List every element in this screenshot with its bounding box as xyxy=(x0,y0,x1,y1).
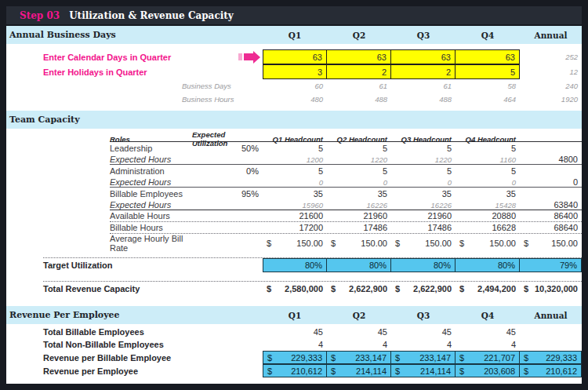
step-label: Step 03 xyxy=(20,10,60,21)
revenue-capacity-q2: $2,622,900 xyxy=(327,282,391,296)
billable-employees-label: Billable Employees xyxy=(110,188,192,200)
administration-expected-hours-row: Expected Hours 0 0 0 0 0 xyxy=(110,177,582,188)
business-hours-row: Business Hours 480 488 488 464 1920 xyxy=(6,93,582,106)
section-title: Revenue Per Employee xyxy=(6,306,263,324)
administration-q2: 5 xyxy=(327,165,391,177)
rev-per-employee-annual-value: 210,612 xyxy=(546,366,577,376)
business-days-label-cell: Business Days xyxy=(6,79,263,93)
section-title: Team Capacity xyxy=(6,111,582,129)
rev-per-billable-q2[interactable]: $233,147 xyxy=(327,351,391,364)
holidays-q3-input[interactable]: 2 xyxy=(391,64,456,79)
calendar-days-row: Enter Calendar Days in Quarter 63 63 63 … xyxy=(6,49,582,64)
administration-hours-q1: 0 xyxy=(263,177,327,187)
business-days-q4: 58 xyxy=(456,79,520,93)
rev-per-billable-annual: $229,333 xyxy=(520,351,582,364)
currency-symbol: $ xyxy=(395,239,400,248)
billable-employees-utilization: 95% xyxy=(192,188,263,200)
bill-rate-annual: $150.00 xyxy=(520,234,582,253)
calendar-days-q3-input[interactable]: 63 xyxy=(391,49,456,64)
target-utilization-q4-input[interactable]: 80% xyxy=(456,258,520,272)
billable-hours-label: Billable Hours xyxy=(110,222,192,233)
target-utilization-row: Target Utilization 80% 80% 80% 80% 79% xyxy=(43,257,582,272)
currency-symbol: $ xyxy=(331,239,336,248)
total-billable-employees-row: Total Billable Employees 45 45 45 45 xyxy=(43,326,582,338)
column-header-q2: Q2 xyxy=(327,306,391,324)
holidays-row: Enter Holidays in Quarter 3 2 2 5 12 xyxy=(6,64,582,79)
holidays-q4-input[interactable]: 5 xyxy=(456,64,520,79)
input-arrow-icon xyxy=(238,51,260,64)
currency-symbol: $ xyxy=(267,353,272,363)
section-header-revenue-per-employee: Revenue Per Employee Q1 Q2 Q3 Q4 Annual xyxy=(6,306,582,324)
billable-expected-hours-row: Expected Hours 15960 16226 16226 15428 6… xyxy=(110,200,582,210)
bill-rate-label: Average Hourly Bill Rate xyxy=(110,234,192,253)
expected-hours-label: Expected Hours xyxy=(110,177,192,187)
billable-hours-annual: 63840 xyxy=(520,200,582,210)
rev-per-employee-q1[interactable]: $210,612 xyxy=(263,364,327,377)
target-utilization-label: Target Utilization xyxy=(43,258,263,272)
business-hours-q1: 480 xyxy=(263,93,327,106)
expected-hours-label: Expected Hours xyxy=(110,200,192,210)
column-header-q4: Q4 xyxy=(456,306,520,324)
currency-symbol: $ xyxy=(524,239,528,248)
leadership-hours-q2: 1220 xyxy=(327,155,391,164)
rev-per-employee-q2-value: 214,114 xyxy=(356,366,387,376)
average-hourly-bill-rate-row: Average Hourly Bill Rate $150.00 $150.00… xyxy=(110,234,582,246)
rev-per-billable-annual-value: 229,333 xyxy=(546,353,577,363)
column-header-annual: Annual xyxy=(520,306,582,324)
rev-per-employee-q2[interactable]: $214,114 xyxy=(327,364,391,377)
rev-per-employee-q3[interactable]: $214,114 xyxy=(391,364,456,377)
holidays-label-cell: Enter Holidays in Quarter xyxy=(6,64,263,79)
total-billable-q2: 45 xyxy=(327,326,391,338)
leadership-utilization: 50% xyxy=(192,142,263,155)
target-utilization-annual: 79% xyxy=(520,258,582,272)
currency-symbol: $ xyxy=(459,366,464,376)
billable-employees-q2: 35 xyxy=(327,188,391,200)
total-revenue-capacity-row: Total Revenue Capacity $2,580,000 $2,622… xyxy=(43,281,582,296)
rev-per-billable-q1[interactable]: $229,333 xyxy=(263,351,327,364)
rev-per-employee-q4-value: 203,608 xyxy=(484,366,515,376)
currency-symbol: $ xyxy=(524,284,528,293)
billed-hours-q1: 17200 xyxy=(263,222,327,233)
rev-per-employee-q4[interactable]: $203,608 xyxy=(456,364,520,377)
revenue-capacity-q3-value: 2,622,900 xyxy=(413,284,452,293)
holidays-q1-input[interactable]: 3 xyxy=(263,64,327,79)
calendar-days-label-cell: Enter Calendar Days in Quarter xyxy=(6,49,263,64)
administration-hours-annual: 0 xyxy=(520,177,582,187)
available-hours-label: Available Hours xyxy=(110,210,192,221)
billable-hours-q3: 16226 xyxy=(391,200,456,210)
billable-employees-q1: 35 xyxy=(263,188,327,200)
target-utilization-q3-input[interactable]: 80% xyxy=(391,258,456,272)
total-billable-employees-label: Total Billable Employees xyxy=(43,326,263,338)
rev-per-employee-annual: $210,612 xyxy=(520,364,582,377)
rev-per-billable-q3[interactable]: $233,147 xyxy=(391,351,456,364)
calendar-days-q2-input[interactable]: 63 xyxy=(327,49,391,64)
currency-symbol: $ xyxy=(524,353,528,363)
total-billable-q4: 45 xyxy=(456,326,520,338)
administration-annual-empty xyxy=(520,165,582,177)
rev-per-billable-q4[interactable]: $221,707 xyxy=(456,351,520,364)
business-days-label: Business Days xyxy=(182,82,231,90)
calendar-days-q4-input[interactable]: 63 xyxy=(456,49,520,64)
rev-per-billable-q3-value: 233,147 xyxy=(419,353,451,363)
rev-per-employee-q3-value: 214,114 xyxy=(420,366,451,376)
billable-hours-row: Billable Hours 17200 17486 17486 16628 6… xyxy=(110,222,582,234)
leadership-expected-hours-row: Expected Hours 1200 1220 1220 1160 4800 xyxy=(110,155,582,165)
currency-symbol: $ xyxy=(331,284,336,293)
currency-symbol: $ xyxy=(267,366,272,376)
calendar-days-q1-input[interactable]: 63 xyxy=(263,49,327,64)
administration-label: Administration xyxy=(110,165,192,177)
revenue-per-billable-employee-label: Revenue per Billable Employee xyxy=(43,351,263,364)
administration-hours-q3: 0 xyxy=(391,177,456,187)
target-utilization-q1-input[interactable]: 80% xyxy=(263,258,327,272)
leadership-annual-empty xyxy=(520,142,582,155)
total-non-billable-q4: 4 xyxy=(456,338,520,351)
billed-hours-q3: 17486 xyxy=(391,222,456,233)
leadership-q4: 5 xyxy=(456,142,520,155)
target-utilization-q2-input[interactable]: 80% xyxy=(327,258,391,272)
team-capacity-table: Roles Expected Utilization Q1 Headcount … xyxy=(110,130,582,246)
business-hours-q2: 488 xyxy=(327,93,391,106)
revenue-capacity-q4-value: 2,494,200 xyxy=(477,284,516,293)
holidays-q2-input[interactable]: 2 xyxy=(327,64,391,79)
column-header-q3: Q3 xyxy=(391,26,456,44)
leadership-q1: 5 xyxy=(263,142,327,155)
